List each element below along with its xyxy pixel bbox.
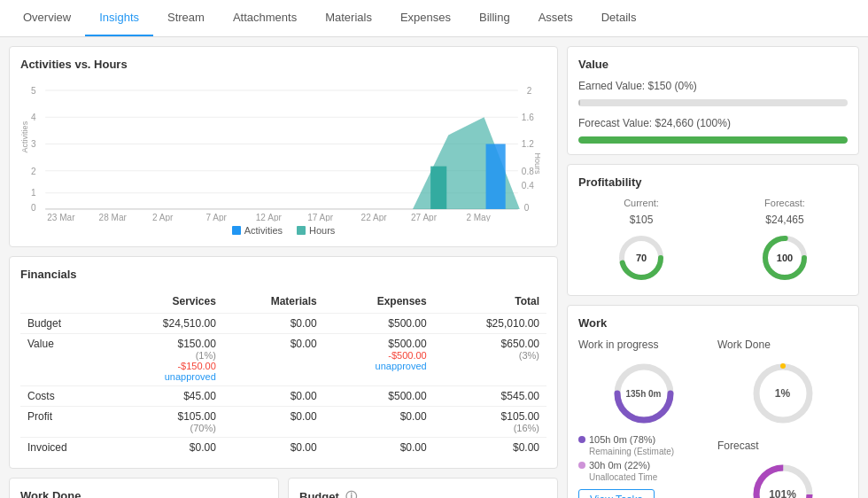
- forecast-donut-wrap: 101%: [717, 459, 848, 498]
- row-profit-services: $105.00 (70%): [111, 407, 223, 438]
- work-grid: Work in progress 135h 0m: [578, 338, 848, 498]
- svg-text:2 Apr: 2 Apr: [152, 213, 174, 222]
- col-header-expenses: Expenses: [324, 290, 434, 314]
- svg-text:0: 0: [524, 203, 530, 213]
- forecast-donut-label: 100: [777, 253, 793, 263]
- svg-text:22 Apr: 22 Apr: [361, 213, 388, 222]
- table-row: Budget $24,510.00 $0.00 $500.00 $25,010.…: [20, 314, 546, 334]
- view-tasks-button[interactable]: View Tasks: [578, 489, 655, 498]
- row-costs-total: $545.00: [434, 386, 546, 407]
- financials-table: Services Materials Expenses Total Budget…: [20, 290, 546, 457]
- svg-text:5: 5: [31, 86, 36, 96]
- current-value: $105: [630, 214, 654, 226]
- svg-text:2: 2: [31, 167, 36, 176]
- row-budget-services: $24,510.00: [111, 314, 223, 334]
- profitability-title: Profitability: [578, 175, 848, 189]
- chart-svg: 5 4 3 2 1 0 Activities 2 1.6 1.2 0.8 0.4…: [20, 80, 546, 222]
- main-content: Activities vs. Hours 5 4 3 2 1 0 Activit…: [0, 37, 868, 498]
- work-in-progress-section: Work in progress 135h 0m: [578, 338, 709, 498]
- hours-legend-icon: [297, 226, 306, 235]
- activities-legend-icon: [232, 226, 241, 235]
- svg-text:0: 0: [31, 203, 36, 213]
- row-budget-materials: $0.00: [223, 314, 324, 334]
- earned-progress-fill: [578, 99, 580, 106]
- work-done-donut-wrap: 1%: [717, 358, 848, 429]
- forecast-donut: 100: [758, 231, 811, 284]
- forecast-work-pct: 101%: [769, 488, 796, 498]
- row-costs-label: Costs: [20, 386, 111, 407]
- forecast-value-label: Forecast Value: $24,660 (100%): [578, 117, 848, 129]
- left-column: Activities vs. Hours 5 4 3 2 1 0 Activit…: [9, 46, 558, 498]
- right-column: Value Earned Value: $150 (0%) Forecast V…: [567, 46, 859, 498]
- svg-text:27 Apr: 27 Apr: [411, 213, 438, 222]
- tab-overview[interactable]: Overview: [9, 0, 85, 36]
- row-value-expenses: $500.00 -$500.00 unapproved: [324, 334, 434, 386]
- unallocated-dot: [578, 462, 585, 469]
- tab-billing[interactable]: Billing: [465, 0, 524, 36]
- table-row: Invoiced $0.00 $0.00 $0.00 $0.00: [20, 438, 546, 458]
- value-rows: Earned Value: $150 (0%) Forecast Value: …: [578, 80, 848, 144]
- chart-legend: Activities Hours: [20, 225, 546, 236]
- current-label: Current:: [624, 198, 659, 208]
- forecast-donut-work: 101%: [748, 459, 818, 498]
- tab-details[interactable]: Details: [587, 0, 651, 36]
- tab-assets[interactable]: Assets: [524, 0, 587, 36]
- svg-text:7 Apr: 7 Apr: [205, 213, 227, 222]
- earned-progress-bar: [578, 99, 848, 106]
- row-invoiced-materials: $0.00: [223, 438, 324, 458]
- work-done-card: Work Done L 1:30: [9, 478, 279, 498]
- row-budget-expenses: $500.00: [324, 314, 434, 334]
- svg-text:23 Mar: 23 Mar: [47, 213, 75, 222]
- work-in-progress-donut: 135h 0m: [608, 358, 679, 429]
- forecast-progress-bar: [578, 136, 848, 144]
- remaining-sub: Remaining (Estimate): [578, 447, 709, 456]
- tabs-bar: Overview Insights Stream Attachments Mat…: [0, 0, 868, 37]
- tab-materials[interactable]: Materials: [311, 0, 386, 36]
- work-in-progress-value: 135h 0m: [625, 389, 661, 399]
- legend-hours: Hours: [297, 225, 335, 236]
- svg-text:12 Apr: 12 Apr: [256, 213, 283, 222]
- forecast-progress-fill: [578, 136, 848, 144]
- row-profit-total: $105.00 (16%): [434, 407, 546, 438]
- yellow-dot: [780, 363, 786, 369]
- svg-text:1.2: 1.2: [522, 139, 534, 149]
- svg-rect-32: [430, 167, 446, 209]
- row-invoiced-expenses: $0.00: [324, 438, 434, 458]
- forecast-value: $24,465: [765, 214, 803, 226]
- value-card: Value Earned Value: $150 (0%) Forecast V…: [567, 46, 859, 155]
- chart-title: Activities vs. Hours: [20, 58, 546, 71]
- svg-rect-31: [486, 144, 506, 208]
- work-done-donut: 1%: [748, 358, 818, 429]
- work-title: Work: [578, 316, 848, 330]
- current-donut-label: 70: [636, 253, 647, 263]
- current-donut: 70: [615, 231, 668, 284]
- row-value-services: $150.00 (1%) -$150.00 unapproved: [111, 334, 223, 386]
- legend-activities: Activities: [232, 225, 283, 236]
- svg-text:2: 2: [527, 86, 532, 96]
- profitability-row: Current: $105 70 Forecast: $24,465: [578, 198, 848, 284]
- tab-stream[interactable]: Stream: [153, 0, 219, 36]
- value-card-title: Value: [578, 58, 848, 71]
- unallocated-legend: 30h 0m (22%): [578, 460, 709, 471]
- row-budget-label: Budget: [20, 314, 111, 334]
- work-legend: 105h 0m (78%) Remaining (Estimate) 30h 0…: [578, 434, 709, 482]
- row-profit-materials: $0.00: [223, 407, 324, 438]
- row-value-total: $650.00 (3%): [434, 334, 546, 386]
- tab-insights[interactable]: Insights: [85, 0, 153, 36]
- work-done-pct: 1%: [775, 387, 790, 400]
- tab-expenses[interactable]: Expenses: [386, 0, 465, 36]
- table-row: Value $150.00 (1%) -$150.00 unapproved $…: [20, 334, 546, 386]
- tab-attachments[interactable]: Attachments: [219, 0, 311, 36]
- forecast-section-title: Forecast: [717, 440, 848, 452]
- svg-text:0.8: 0.8: [522, 167, 534, 176]
- row-costs-materials: $0.00: [223, 386, 324, 407]
- svg-text:Activities: Activities: [20, 121, 29, 152]
- work-done-title: Work Done: [20, 489, 267, 498]
- row-costs-services: $45.00: [111, 386, 223, 407]
- work-in-progress-title: Work in progress: [578, 338, 709, 351]
- tab-list: Overview Insights Stream Attachments Mat…: [0, 0, 868, 37]
- svg-text:3: 3: [31, 139, 36, 149]
- work-done-section-title: Work Done: [717, 338, 848, 351]
- row-budget-total: $25,010.00: [434, 314, 546, 334]
- forecast-label: Forecast:: [764, 198, 805, 208]
